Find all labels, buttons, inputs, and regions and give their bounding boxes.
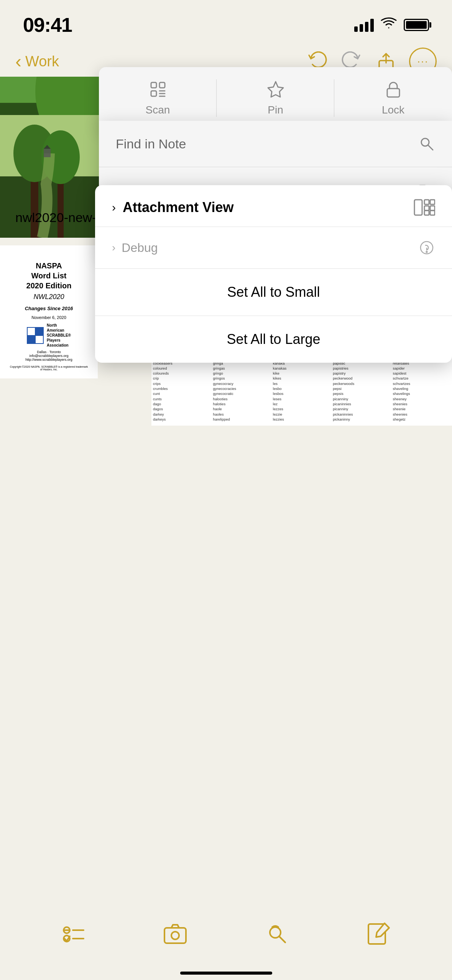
find-in-note-label: Find in Note xyxy=(116,136,186,151)
attachment-view-icon xyxy=(414,199,435,216)
top-menu-row: Scan Pin Lock xyxy=(99,67,452,130)
svg-rect-33 xyxy=(414,200,422,215)
svg-rect-35 xyxy=(424,206,429,210)
find-in-note-button[interactable]: Find in Note xyxy=(99,121,452,167)
svg-rect-19 xyxy=(151,82,156,88)
attachment-view-title: Attachment View xyxy=(123,199,233,215)
svg-rect-34 xyxy=(424,200,429,204)
svg-line-27 xyxy=(428,145,433,150)
attachment-title-row: › Attachment View xyxy=(112,199,233,215)
svg-rect-21 xyxy=(159,82,165,88)
attachment-view-header[interactable]: › Attachment View xyxy=(95,185,452,227)
svg-rect-37 xyxy=(430,200,435,204)
set-all-small-button[interactable]: Set All to Small xyxy=(95,269,452,316)
lock-label: Lock xyxy=(382,104,404,116)
svg-rect-39 xyxy=(430,210,435,215)
lock-button[interactable]: Lock xyxy=(334,67,452,129)
pin-button[interactable]: Pin xyxy=(217,67,334,129)
set-all-small-label: Set All to Small xyxy=(227,284,320,300)
scan-label: Scan xyxy=(146,104,170,116)
set-all-large-label: Set All to Large xyxy=(227,331,320,347)
scan-button[interactable]: Scan xyxy=(99,67,217,129)
svg-point-41 xyxy=(426,252,427,253)
svg-rect-36 xyxy=(424,210,429,215)
chevron-down-icon: › xyxy=(112,201,116,214)
svg-rect-25 xyxy=(387,89,399,97)
top-menu: Scan Pin Lock xyxy=(99,67,452,130)
svg-rect-38 xyxy=(430,206,435,210)
debug-button[interactable]: › Debug xyxy=(95,227,452,269)
set-all-large-button[interactable]: Set All to Large xyxy=(95,316,452,363)
context-menu-overlay: Scan Pin Lock Find in Note xyxy=(0,0,452,980)
pin-label: Pin xyxy=(268,104,283,116)
svg-rect-20 xyxy=(151,91,156,96)
debug-label: Debug xyxy=(122,241,158,255)
attachment-view-section: › Attachment View › Debug xyxy=(95,185,452,363)
